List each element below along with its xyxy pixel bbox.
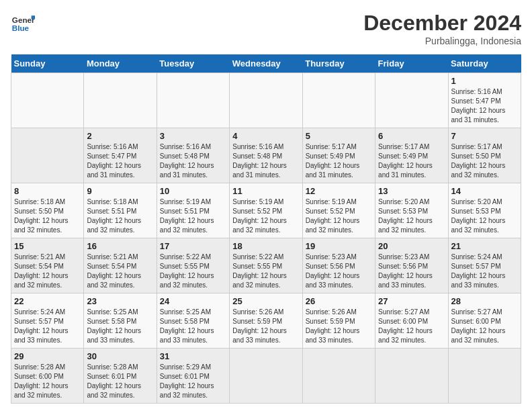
calendar-cell: 7Sunrise: 5:17 AMSunset: 5:50 PMDaylight… <box>448 128 521 183</box>
calendar-cell: 23Sunrise: 5:25 AMSunset: 5:58 PMDayligh… <box>84 293 157 349</box>
day-info: Sunrise: 5:24 AMSunset: 5:57 PMDaylight:… <box>451 253 518 290</box>
calendar-cell: 5Sunrise: 5:17 AMSunset: 5:49 PMDaylight… <box>302 128 375 183</box>
calendar-cell: 1Sunrise: 5:16 AMSunset: 5:47 PMDaylight… <box>448 73 521 128</box>
day-number: 1 <box>451 76 518 86</box>
day-info: Sunrise: 5:26 AMSunset: 5:59 PMDaylight:… <box>306 308 372 345</box>
calendar-cell <box>230 349 302 404</box>
day-info: Sunrise: 5:19 AMSunset: 5:52 PMDaylight:… <box>232 197 299 235</box>
calendar-header-row: SundayMondayTuesdayWednesdayThursdayFrid… <box>11 54 521 73</box>
day-number: 30 <box>87 351 153 361</box>
weekday-header: Wednesday <box>230 54 302 73</box>
day-info: Sunrise: 5:28 AMSunset: 6:01 PMDaylight:… <box>87 363 153 400</box>
day-number: 4 <box>232 131 299 141</box>
calendar-cell <box>157 73 229 128</box>
calendar-cell: 13Sunrise: 5:20 AMSunset: 5:53 PMDayligh… <box>375 183 448 238</box>
day-info: Sunrise: 5:22 AMSunset: 5:55 PMDaylight:… <box>232 253 299 290</box>
calendar-cell <box>375 349 448 404</box>
day-info: Sunrise: 5:20 AMSunset: 5:53 PMDaylight:… <box>451 197 518 235</box>
day-number: 18 <box>232 241 299 251</box>
day-info: Sunrise: 5:29 AMSunset: 6:01 PMDaylight:… <box>160 363 226 400</box>
day-number: 12 <box>306 186 372 196</box>
calendar-cell: 29Sunrise: 5:28 AMSunset: 6:00 PMDayligh… <box>11 349 84 404</box>
day-number: 15 <box>14 241 81 251</box>
calendar-cell <box>448 349 521 404</box>
day-info: Sunrise: 5:20 AMSunset: 5:53 PMDaylight:… <box>378 197 445 235</box>
day-number: 11 <box>232 186 299 196</box>
weekday-header: Sunday <box>11 54 84 73</box>
calendar-week-row: 15Sunrise: 5:21 AMSunset: 5:54 PMDayligh… <box>11 238 521 293</box>
day-number: 28 <box>451 296 518 306</box>
day-info: Sunrise: 5:16 AMSunset: 5:47 PMDaylight:… <box>451 87 518 125</box>
calendar-cell: 19Sunrise: 5:23 AMSunset: 5:56 PMDayligh… <box>302 238 375 293</box>
logo: General Blue <box>11 11 38 35</box>
calendar-cell: 17Sunrise: 5:22 AMSunset: 5:55 PMDayligh… <box>157 238 229 293</box>
calendar-cell <box>11 73 84 128</box>
day-info: Sunrise: 5:28 AMSunset: 6:00 PMDaylight:… <box>14 363 81 400</box>
day-number: 10 <box>160 186 226 196</box>
calendar-week-row: 8Sunrise: 5:18 AMSunset: 5:50 PMDaylight… <box>11 183 521 238</box>
day-info: Sunrise: 5:22 AMSunset: 5:55 PMDaylight:… <box>160 253 226 290</box>
calendar-week-row: 1Sunrise: 5:16 AMSunset: 5:47 PMDaylight… <box>11 73 521 128</box>
day-number: 27 <box>378 296 445 306</box>
day-number: 13 <box>378 186 445 196</box>
day-info: Sunrise: 5:19 AMSunset: 5:51 PMDaylight:… <box>160 197 226 235</box>
calendar-cell: 18Sunrise: 5:22 AMSunset: 5:55 PMDayligh… <box>230 238 302 293</box>
calendar-week-row: 29Sunrise: 5:28 AMSunset: 6:00 PMDayligh… <box>11 349 521 404</box>
day-info: Sunrise: 5:19 AMSunset: 5:52 PMDaylight:… <box>306 197 372 235</box>
calendar-cell <box>302 73 375 128</box>
day-number: 21 <box>451 241 518 251</box>
calendar-week-row: 22Sunrise: 5:24 AMSunset: 5:57 PMDayligh… <box>11 293 521 349</box>
calendar-week-row: 2Sunrise: 5:16 AMSunset: 5:47 PMDaylight… <box>11 128 521 183</box>
day-info: Sunrise: 5:27 AMSunset: 6:00 PMDaylight:… <box>451 308 518 345</box>
calendar-cell: 10Sunrise: 5:19 AMSunset: 5:51 PMDayligh… <box>157 183 229 238</box>
day-number: 17 <box>160 241 226 251</box>
day-info: Sunrise: 5:18 AMSunset: 5:50 PMDaylight:… <box>14 197 81 235</box>
calendar-cell <box>11 128 84 183</box>
calendar-body: 1Sunrise: 5:16 AMSunset: 5:47 PMDaylight… <box>11 73 521 404</box>
calendar-cell: 26Sunrise: 5:26 AMSunset: 5:59 PMDayligh… <box>302 293 375 349</box>
calendar-cell: 4Sunrise: 5:16 AMSunset: 5:48 PMDaylight… <box>230 128 302 183</box>
calendar-cell <box>302 349 375 404</box>
calendar-cell <box>375 73 448 128</box>
day-info: Sunrise: 5:23 AMSunset: 5:56 PMDaylight:… <box>306 253 372 290</box>
calendar-cell: 30Sunrise: 5:28 AMSunset: 6:01 PMDayligh… <box>84 349 157 404</box>
day-info: Sunrise: 5:25 AMSunset: 5:58 PMDaylight:… <box>160 308 226 345</box>
calendar-cell: 20Sunrise: 5:23 AMSunset: 5:56 PMDayligh… <box>375 238 448 293</box>
day-number: 2 <box>87 131 153 141</box>
day-info: Sunrise: 5:16 AMSunset: 5:47 PMDaylight:… <box>87 142 153 180</box>
calendar-cell: 3Sunrise: 5:16 AMSunset: 5:48 PMDaylight… <box>157 128 229 183</box>
day-info: Sunrise: 5:21 AMSunset: 5:54 PMDaylight:… <box>87 253 153 290</box>
day-number: 8 <box>14 186 81 196</box>
calendar-cell: 9Sunrise: 5:18 AMSunset: 5:51 PMDaylight… <box>84 183 157 238</box>
day-info: Sunrise: 5:18 AMSunset: 5:51 PMDaylight:… <box>87 197 153 235</box>
calendar-cell <box>84 73 157 128</box>
calendar-cell: 15Sunrise: 5:21 AMSunset: 5:54 PMDayligh… <box>11 238 84 293</box>
logo-icon: General Blue <box>11 11 35 35</box>
calendar-cell: 22Sunrise: 5:24 AMSunset: 5:57 PMDayligh… <box>11 293 84 349</box>
day-info: Sunrise: 5:24 AMSunset: 5:57 PMDaylight:… <box>14 308 81 345</box>
day-info: Sunrise: 5:16 AMSunset: 5:48 PMDaylight:… <box>160 142 226 180</box>
day-number: 16 <box>87 241 153 251</box>
day-number: 22 <box>14 296 81 306</box>
day-number: 31 <box>160 351 226 361</box>
day-number: 25 <box>232 296 299 306</box>
day-number: 24 <box>160 296 226 306</box>
day-info: Sunrise: 5:16 AMSunset: 5:48 PMDaylight:… <box>232 142 299 180</box>
weekday-header: Monday <box>84 54 157 73</box>
weekday-header: Thursday <box>302 54 375 73</box>
calendar-cell: 8Sunrise: 5:18 AMSunset: 5:50 PMDaylight… <box>11 183 84 238</box>
day-number: 20 <box>378 241 445 251</box>
day-number: 3 <box>160 131 226 141</box>
calendar-cell: 16Sunrise: 5:21 AMSunset: 5:54 PMDayligh… <box>84 238 157 293</box>
calendar-cell: 31Sunrise: 5:29 AMSunset: 6:01 PMDayligh… <box>157 349 229 404</box>
day-info: Sunrise: 5:17 AMSunset: 5:50 PMDaylight:… <box>451 142 518 180</box>
day-info: Sunrise: 5:26 AMSunset: 5:59 PMDaylight:… <box>232 308 299 345</box>
day-number: 14 <box>451 186 518 196</box>
calendar-cell: 14Sunrise: 5:20 AMSunset: 5:53 PMDayligh… <box>448 183 521 238</box>
day-info: Sunrise: 5:17 AMSunset: 5:49 PMDaylight:… <box>378 142 445 180</box>
day-number: 9 <box>87 186 153 196</box>
svg-text:Blue: Blue <box>12 24 30 32</box>
title-block: December 2024 Purbalingga, Indonesia <box>363 11 521 46</box>
calendar-cell: 12Sunrise: 5:19 AMSunset: 5:52 PMDayligh… <box>302 183 375 238</box>
day-info: Sunrise: 5:17 AMSunset: 5:49 PMDaylight:… <box>306 142 372 180</box>
